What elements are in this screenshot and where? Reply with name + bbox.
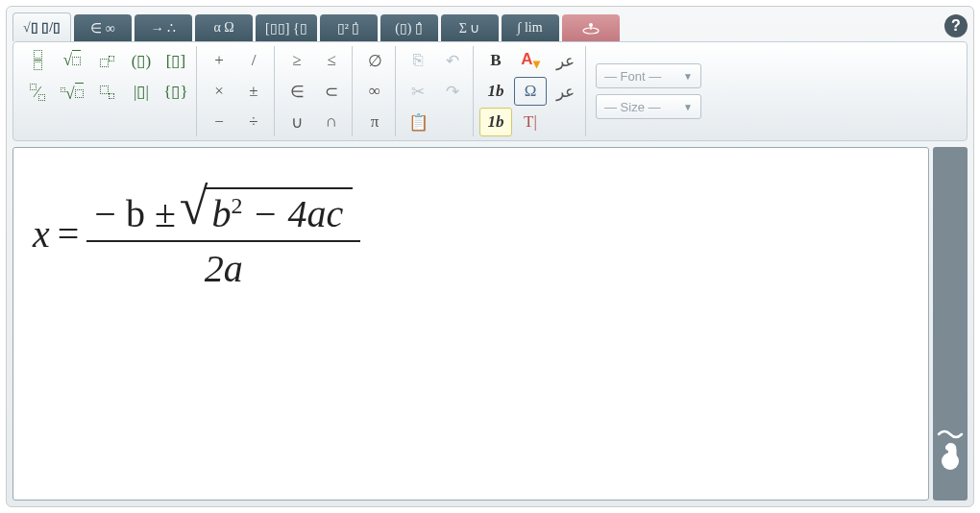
nroot-button[interactable]: √ [56,77,88,106]
rtl-button-1[interactable]: ﻋﺮ [549,46,581,75]
svg-point-1 [589,23,593,27]
handwriting-sidebar[interactable] [933,147,968,501]
text-mode-button[interactable]: T| [514,108,547,136]
text-mode-icon: T| [524,112,537,132]
equation-editor[interactable]: x = − b ± √ b2 − 4ac 2a [12,147,929,501]
font-dropdown[interactable]: — Font — ▼ [596,63,701,88]
edit-group: ⎘ ↶ ✂ ↷ 📋 [398,46,474,136]
braces-button[interactable]: {▯} [159,77,192,106]
tab-record[interactable] [562,14,620,41]
redo-button[interactable]: ↷ [436,77,469,106]
sqrt-icon: √ [63,51,81,70]
tab-label: → ∴ [151,20,177,37]
radicand-rest: − 4ac [252,192,343,235]
bevel-fraction-button[interactable]: ∕ [21,77,54,106]
gte-button[interactable]: ≥ [281,46,313,75]
bevel-fraction-icon: ∕ [30,78,46,105]
slash-button[interactable]: / [237,46,270,75]
fraction-button[interactable] [21,46,54,75]
edit-spacer [436,108,469,136]
tab-scripts[interactable]: ▯² ▯̇ [320,14,378,41]
tab-symbols[interactable]: ∈ ∞ [74,14,132,41]
dropdown-group: — Font — ▼ — Size — ▼ [588,46,709,136]
lte-button[interactable]: ≤ [315,46,348,75]
help-icon: ? [951,17,961,35]
abs-icon: |▯| [134,82,149,102]
text-color-button[interactable]: A▾ [514,46,547,75]
sqrt-symbol: √ [180,177,208,236]
brackets-button[interactable]: [▯] [159,46,192,75]
denominator: 2a [197,242,251,291]
toolbar: √ (▯) [▯] ∕ √ |▯| {▯} + / × ± [12,41,968,141]
italic-mode-icon: 1b [488,112,504,132]
copy-icon: ⎘ [413,51,423,70]
tab-arrows[interactable]: → ∴ [135,14,192,41]
times-icon: × [214,82,224,101]
numerator: − b ± √ b2 − 4ac [86,177,360,240]
tab-math-basic[interactable]: √▯ ▯/▯ [12,12,71,41]
undo-button[interactable]: ↶ [436,46,469,75]
intersect-icon: ∩ [326,112,337,132]
tab-label: ∫ lim [518,20,543,36]
element-button[interactable]: ∈ [281,77,313,106]
help-button[interactable]: ? [944,14,968,37]
union-icon: ∪ [291,112,303,133]
italic-button[interactable]: 1b [479,77,512,106]
infinity-icon: ∞ [369,82,380,101]
emptyset-button[interactable]: ∅ [358,46,391,75]
parens-button[interactable]: (▯) [125,46,158,75]
sqrt-button[interactable]: √ [56,46,88,75]
template-group: √ (▯) [▯] ∕ √ |▯| {▯} [17,46,197,136]
union-button[interactable]: ∪ [281,108,313,136]
tab-label: ∈ ∞ [90,20,114,37]
element-icon: ∈ [290,82,305,102]
rtl-icon: ﻋﺮ [556,51,575,71]
editor-area: x = − b ± √ b2 − 4ac 2a [12,147,968,501]
tab-greek[interactable]: α Ω [195,14,253,41]
subscript-button[interactable] [90,77,123,106]
equation-content: x = − b ± √ b2 − 4ac 2a [33,177,909,291]
font-dropdown-label: — Font — [604,69,661,84]
tab-label: √▯ ▯/▯ [23,19,61,36]
divide-button[interactable]: ÷ [237,108,270,136]
pi-button[interactable]: π [358,108,391,136]
infinity-button[interactable]: ∞ [358,77,391,106]
rtl-button-2[interactable]: ﻋﺮ [549,77,581,106]
cut-button[interactable]: ✂ [402,77,434,106]
radicand: b2 − 4ac [206,187,353,236]
plus-icon: + [214,51,224,70]
subset-button[interactable]: ⊂ [315,77,348,106]
size-dropdown[interactable]: — Size — ▼ [596,94,701,119]
minus-button[interactable]: − [203,108,235,136]
tab-label: α Ω [213,20,233,36]
tab-brackets[interactable]: (▯) ▯̂ [380,14,438,41]
size-dropdown-label: — Size — [604,100,661,114]
plusminus-button[interactable]: ± [237,77,270,106]
divide-icon: ÷ [249,112,257,132]
bold-button[interactable]: B [479,46,512,75]
relations-group: ≥ ≤ ∈ ⊂ ∪ ∩ [277,46,353,136]
pi-icon: π [371,112,380,132]
abs-button[interactable]: |▯| [125,77,158,106]
symbols-group: ∅ ∞ π [355,46,396,136]
cut-icon: ✂ [411,82,425,102]
char-map-button[interactable]: Ω [514,77,547,106]
bold-icon: B [490,51,501,70]
times-button[interactable]: × [203,77,235,106]
copy-button[interactable]: ⎘ [402,46,434,75]
emptyset-icon: ∅ [368,51,382,71]
italic-mode-button[interactable]: 1b [479,108,512,136]
plus-button[interactable]: + [203,46,235,75]
rtl-icon: ﻋﺮ [556,82,575,102]
color-icon: A▾ [521,50,539,71]
tab-bigops[interactable]: Σ ∪ [441,14,499,41]
tab-matrix[interactable]: [▯▯] {▯ [256,14,317,41]
radicand-exp: 2 [231,193,242,218]
format-group: B A▾ ﻋﺮ 1b Ω ﻋﺮ 1b T| [476,46,586,136]
undo-icon: ↶ [446,51,459,71]
equation-editor-app: √▯ ▯/▯ ∈ ∞ → ∴ α Ω [▯▯] {▯ ▯² ▯̇ (▯) ▯̂ … [6,6,974,507]
paste-button[interactable]: 📋 [402,108,434,136]
intersect-button[interactable]: ∩ [315,108,348,136]
superscript-button[interactable] [90,46,123,75]
tab-calc[interactable]: ∫ lim [502,14,559,41]
